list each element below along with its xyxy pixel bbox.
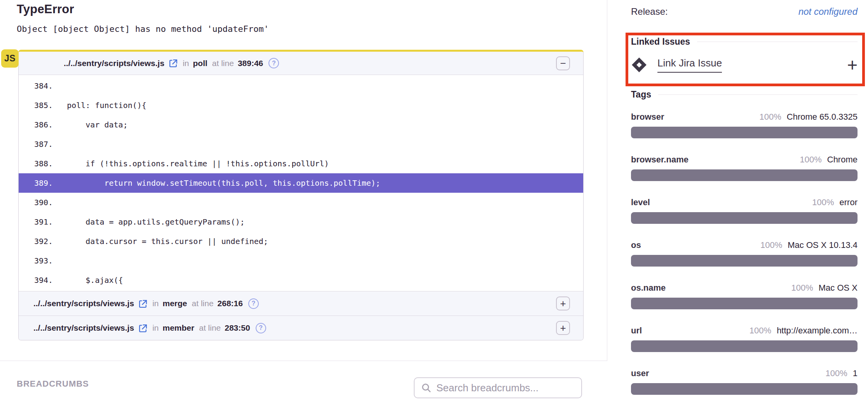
section-divider-rule [658,94,858,95]
tag-distribution-bar [631,383,858,395]
tag-key: level [631,197,650,207]
code-line: 392. data.cursor = this.cursor || undefi… [19,232,583,251]
source-context: 384. 385. poll: function(){ 386. var dat… [19,75,583,291]
stack-frame-header-member[interactable]: ../../sentry/scripts/views.js in member … [19,316,583,340]
tag-value-link[interactable]: Mac OS X 10.13.4 [788,240,858,250]
frame-path: ../../sentry/scripts/views.js [64,59,164,68]
tags-heading: Tags [631,89,651,100]
tag-key: url [631,326,642,336]
frame-line-number: 283:50 [225,323,250,333]
frame-in-label: in [152,323,159,333]
breadcrumbs-search-box[interactable] [414,377,582,398]
external-link-icon[interactable] [138,324,148,333]
tag-percent: 100% [791,283,813,293]
code-line: 385. poll: function(){ [19,96,583,115]
tag-value-link[interactable]: Mac OS X [819,283,858,293]
tag-row-os-name: os.name 100% Mac OS X [631,283,858,309]
code-line: 394. $.ajax({ [19,270,583,290]
code-line: 393. [19,251,583,270]
frame-function: poll [193,59,207,68]
tag-row-url: url 100% http://example.com… [631,326,858,352]
breadcrumbs-heading: BREADCRUMBS [17,379,89,389]
release-not-configured-link[interactable]: not configured [798,6,858,17]
expand-frame-button[interactable]: + [556,296,570,310]
tags-list: browser 100% Chrome 65.0.3325 browser.na… [631,112,858,408]
tag-value-link[interactable]: Chrome 65.0.3325 [787,112,858,122]
frame-line-number: 389:46 [238,59,263,68]
release-label: Release: [631,6,668,17]
search-breadcrumbs-input[interactable] [436,382,575,394]
stack-frame-header-poll[interactable]: ../../sentry/scripts/views.js in poll at… [19,52,583,75]
help-icon[interactable]: ? [248,298,259,309]
tag-distribution-bar [631,212,858,224]
frame-at-label: at line [199,323,221,333]
frame-line-number: 268:16 [218,299,243,308]
help-icon[interactable]: ? [268,58,279,68]
tag-distribution-bar [631,255,858,267]
code-line-highlighted: 389. return window.setTimeout(this.poll,… [19,173,583,193]
code-line: 387. [19,134,583,154]
frame-path: ../../sentry/scripts/views.js [33,323,134,333]
tag-percent: 100% [759,112,781,122]
platform-js-badge: JS [1,49,19,68]
code-line: 384. [19,76,583,96]
tag-value-link[interactable]: error [840,197,858,207]
frame-in-label: in [152,299,159,308]
tags-section-title: Tags [631,89,858,100]
release-row: Release: not configured [631,6,858,17]
code-line: 390. [19,193,583,212]
tag-value-link[interactable]: Chrome [827,155,858,165]
tag-key: os [631,240,641,250]
link-jira-issue-row: Link Jira Issue + [631,57,858,73]
collapse-frame-button[interactable]: − [556,56,570,70]
breadcrumbs-section: BREADCRUMBS [0,361,607,408]
tag-distribution-bar [631,169,858,181]
frame-in-label: in [183,59,189,68]
tag-percent: 100% [825,368,847,378]
tag-row-level: level 100% error [631,197,858,224]
tag-row-os: os 100% Mac OS X 10.13.4 [631,240,858,267]
tag-distribution-bar [631,298,858,309]
frame-at-label: at line [212,59,234,68]
tag-row-user: user 100% 1 [631,368,858,395]
tag-key: user [631,368,649,378]
sidebar: Release: not configured Linked Issues Li… [608,0,868,408]
frame-path: ../../sentry/scripts/views.js [33,299,134,308]
tag-key: os.name [631,283,666,293]
tag-distribution-bar [631,340,858,352]
linked-issues-section-title: Linked Issues [631,37,858,47]
search-icon [421,382,432,393]
tag-key: browser.name [631,155,688,165]
link-jira-issue-link[interactable]: Link Jira Issue [657,57,722,73]
error-message: Object [object Object] has no method 'up… [17,24,269,34]
frame-function: member [163,323,195,333]
tag-row-browser-name: browser.name 100% Chrome [631,155,858,181]
expand-frame-button[interactable]: + [556,321,570,335]
add-linked-issue-button[interactable]: + [847,58,858,72]
tag-value-link[interactable]: 1 [853,368,858,378]
jira-icon [631,57,647,73]
tag-percent: 100% [760,240,782,250]
tag-percent: 100% [800,155,821,165]
external-link-icon[interactable] [168,59,178,68]
external-link-icon[interactable] [138,299,148,309]
tag-key: browser [631,112,664,122]
stacktrace-container: JS ../../sentry/scripts/views.js in poll… [18,50,584,340]
tag-distribution-bar [631,127,858,138]
tag-percent: 100% [749,326,771,336]
frame-at-label: at line [192,299,214,308]
code-line: 388. if (!this.options.realtime || !this… [19,154,583,173]
frame-function: merge [163,299,187,308]
help-icon[interactable]: ? [256,323,266,333]
error-title: TypeError [17,2,74,16]
section-divider-rule [697,42,858,42]
tag-percent: 100% [812,197,834,207]
code-line: 391. data = app.utils.getQueryParams(); [19,212,583,232]
tag-row-browser: browser 100% Chrome 65.0.3325 [631,112,858,138]
stack-frame-header-merge[interactable]: ../../sentry/scripts/views.js in merge a… [19,291,583,316]
event-detail-page: TypeError Object [object Object] has no … [0,0,868,408]
tag-value-link[interactable]: http://example.com… [777,326,858,336]
code-line: 386. var data; [19,115,583,134]
main-column: TypeError Object [object Object] has no … [0,0,607,408]
linked-issues-heading: Linked Issues [631,37,690,47]
